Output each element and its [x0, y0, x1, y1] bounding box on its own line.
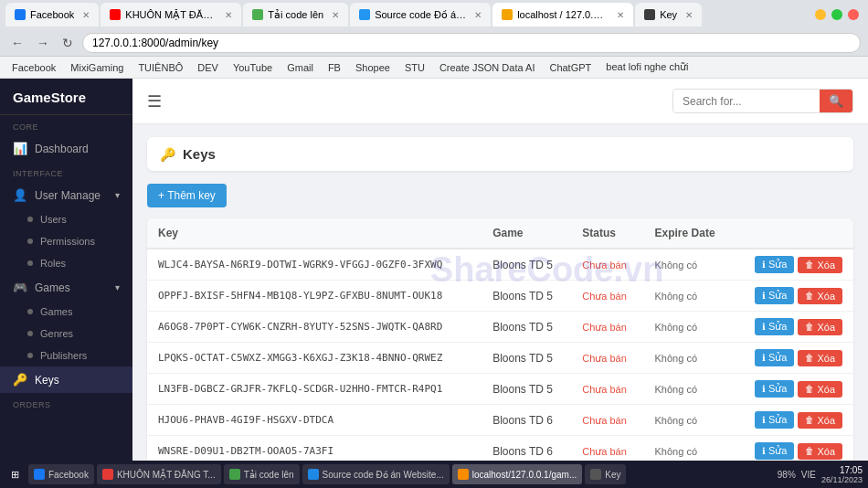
actions-cell: ℹ Sửa🗑 Xóa — [734, 374, 853, 405]
browser-tab[interactable]: Tải code lên✕ — [243, 3, 348, 27]
taskbar-app-icon — [229, 469, 240, 480]
sidebar-item-keys[interactable]: 🔑 Keys — [0, 366, 132, 393]
sidebar-item-publishers[interactable]: Publishers — [0, 345, 132, 366]
table-body: WLJC4-BAYSA-N6RI9-DOTWI-WGRK9-VFGGJ-0GZF… — [147, 249, 853, 461]
delete-button[interactable]: 🗑 Xóa — [798, 257, 842, 273]
close-btn[interactable] — [848, 9, 859, 20]
bookmark-item[interactable]: Create JSON Data AI — [435, 60, 540, 75]
delete-button[interactable]: 🗑 Xóa — [798, 443, 842, 460]
bookmark-item[interactable]: ChatGPT — [545, 60, 596, 75]
delete-button[interactable]: 🗑 Xóa — [798, 319, 842, 335]
bookmark-item[interactable]: YouTube — [228, 60, 277, 75]
sidebar-item-dashboard[interactable]: 📊 Dashboard — [0, 135, 132, 162]
bookmark-item[interactable]: Shopee — [351, 60, 395, 75]
tab-close-icon[interactable]: ✕ — [474, 10, 482, 20]
expire-text: Không có — [655, 322, 697, 333]
refresh-btn[interactable]: ↻ — [58, 34, 77, 52]
sidebar-header: GameStore — [0, 79, 132, 115]
taskbar-app-item[interactable]: Source code Đồ án Website... — [302, 464, 450, 484]
browser-chrome: Facebook✕KHUÔN MẶT ĐĂNG T...✕Tải code lê… — [0, 0, 868, 79]
tab-favicon — [15, 9, 26, 20]
maximize-btn[interactable] — [831, 9, 842, 20]
browser-tab[interactable]: localhost / 127.0.0.1 / gam...✕ — [492, 3, 633, 27]
expire-value: Không có — [644, 374, 734, 405]
expire-text: Không có — [655, 446, 697, 457]
tab-label: localhost / 127.0.0.1 / gam... — [517, 9, 609, 20]
delete-button[interactable]: 🗑 Xóa — [798, 350, 842, 366]
bookmark-item[interactable]: DEV — [193, 60, 223, 75]
tab-favicon — [252, 9, 263, 20]
browser-tab[interactable]: Facebook✕ — [5, 3, 99, 27]
sidebar-item-label-usermanage: User Manage — [35, 189, 101, 202]
tab-close-icon[interactable]: ✕ — [332, 10, 339, 20]
tab-label: Tải code lên — [268, 9, 323, 21]
browser-tab[interactable]: Source code Đồ án Website...✕ — [350, 3, 491, 27]
bookmark-item[interactable]: Gmail — [282, 60, 318, 75]
address-input[interactable] — [82, 33, 861, 53]
sidebar-item-usermanage[interactable]: 👤 User Manage ▾ — [0, 182, 132, 208]
sidebar-item-users[interactable]: Users — [0, 208, 132, 230]
minimize-btn[interactable] — [815, 9, 826, 20]
key-value: WLJC4-BAYSA-N6RI9-DOTWI-WGRK9-VFGGJ-0GZF… — [147, 249, 482, 281]
bookmark-item[interactable]: MixiGaming — [66, 60, 128, 75]
tab-close-icon[interactable]: ✕ — [685, 10, 693, 20]
bookmark-item[interactable]: Facebook — [7, 60, 60, 75]
edit-button[interactable]: ℹ Sửa — [755, 380, 794, 398]
edit-button[interactable]: ℹ Sửa — [755, 318, 794, 335]
forward-btn[interactable]: → — [33, 34, 53, 52]
table-row: LN3FB-DGBCZ-GRJFR-7KFLQ-SCDGR-U2HHO-FMTC… — [147, 374, 853, 405]
taskbar-app-item[interactable]: Facebook — [28, 464, 94, 484]
sidebar-item-label-dashboard: Dashboard — [35, 143, 89, 155]
sidebar-logo: GameStore — [13, 90, 120, 105]
col-game: Game — [482, 218, 571, 249]
expire-text: Không có — [655, 353, 697, 364]
sidebar-item-games[interactable]: Games — [0, 301, 132, 323]
sidebar-item-genres[interactable]: Genres — [0, 323, 132, 345]
delete-button[interactable]: 🗑 Xóa — [798, 412, 842, 429]
browser-tab[interactable]: Key✕ — [635, 3, 702, 27]
taskbar-app-item[interactable]: Key — [585, 464, 626, 484]
add-key-button[interactable]: + Thêm key — [147, 184, 227, 207]
bookmark-item[interactable]: FB — [323, 60, 345, 75]
browser-tab[interactable]: KHUÔN MẶT ĐĂNG T...✕ — [101, 3, 241, 27]
delete-button[interactable]: 🗑 Xóa — [798, 288, 842, 304]
search-input[interactable] — [673, 90, 820, 112]
tab-favicon — [359, 9, 370, 20]
taskbar-app-icon — [102, 469, 113, 480]
edit-button[interactable]: ℹ Sửa — [755, 411, 794, 429]
tab-close-icon[interactable]: ✕ — [617, 10, 624, 20]
status-badge: Chưa bán — [582, 415, 627, 426]
main-content: ☰ 🔍 🔑 Keys + Thêm key — [132, 79, 868, 461]
status-badge: Chưa bán — [582, 353, 627, 364]
bookmark-item[interactable]: beat lofi nghe chữi — [601, 59, 693, 75]
start-button[interactable]: ⊞ — [5, 467, 25, 483]
tab-close-icon[interactable]: ✕ — [82, 10, 90, 20]
taskbar-date: 26/11/2023 — [821, 475, 863, 484]
table-row: WNSRE-D09U1-DB2TM-OOAO5-7A3FIBloons TD 6… — [147, 436, 853, 461]
tab-close-icon[interactable]: ✕ — [225, 10, 232, 20]
sidebar-item-games-group[interactable]: 🎮 Games ▾ — [0, 274, 132, 301]
status-value: Chưa bán — [571, 436, 643, 461]
edit-button[interactable]: ℹ Sửa — [755, 256, 794, 273]
expire-value: Không có — [644, 312, 734, 343]
taskbar-app-item[interactable]: KHUÔN MẶT ĐĂNG T... — [97, 464, 221, 484]
usermanage-chevron: ▾ — [115, 190, 120, 200]
window-controls — [811, 7, 863, 22]
edit-button[interactable]: ℹ Sửa — [755, 349, 794, 366]
back-btn[interactable]: ← — [7, 34, 27, 52]
delete-button[interactable]: 🗑 Xóa — [798, 381, 842, 398]
sidebar-item-permissions[interactable]: Permissions — [0, 230, 132, 252]
bookmark-item[interactable]: STU — [400, 60, 429, 75]
game-value: Bloons TD 5 — [482, 374, 571, 405]
bookmark-item[interactable]: TUIÊNBÔ — [133, 60, 187, 75]
edit-button[interactable]: ℹ Sửa — [755, 442, 794, 460]
game-value: Bloons TD 5 — [482, 343, 571, 374]
taskbar-app-item[interactable]: Tải code lên — [224, 464, 300, 484]
language-indicator: VIE — [801, 470, 816, 480]
search-button[interactable]: 🔍 — [820, 90, 852, 112]
expire-text: Không có — [655, 415, 697, 426]
edit-button[interactable]: ℹ Sửa — [755, 287, 794, 304]
taskbar-app-item[interactable]: localhost/127.0.0.1/gam... — [452, 464, 583, 484]
sidebar-item-roles[interactable]: Roles — [0, 252, 132, 274]
menu-toggle[interactable]: ☰ — [147, 91, 162, 111]
